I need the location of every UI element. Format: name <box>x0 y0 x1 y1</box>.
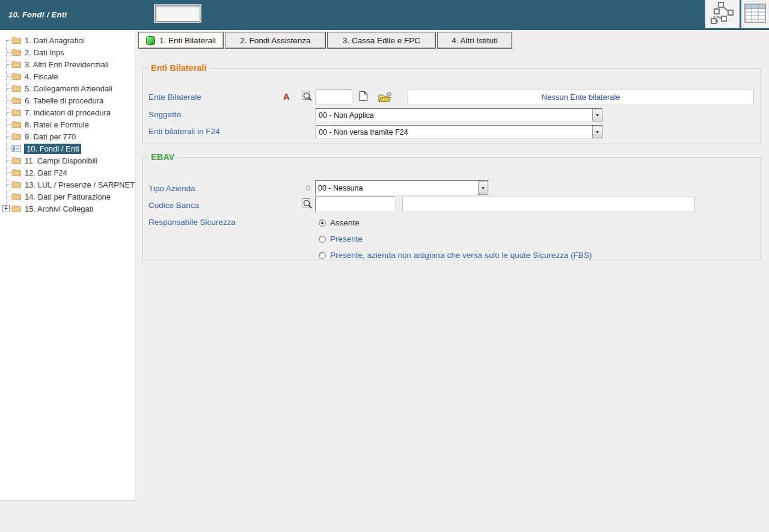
tab-fondi-assistenza[interactable]: 2. Fondi Assistenza <box>225 32 326 49</box>
sidebar-item-fondi-enti[interactable]: 10. Fondi / Enti <box>0 142 135 154</box>
folder-icon <box>11 96 21 105</box>
group-ebav: EBAV Tipo Azienda 0 00 - Nessuna ▼ Codic… <box>142 152 761 260</box>
page-title: 10. Fondi / Enti <box>8 10 67 19</box>
chevron-down-icon[interactable]: ▼ <box>592 126 602 138</box>
label-soggetto: Soggetto <box>149 110 181 119</box>
active-tab-led-icon <box>146 36 155 45</box>
folder-icon <box>11 84 21 93</box>
sidebar-item-tabelle-di-procedura[interactable]: 6. Tabelle di procedura <box>0 94 135 106</box>
header-quick-input[interactable] <box>155 5 200 22</box>
folder-icon <box>11 60 21 69</box>
form-list-icon <box>11 144 21 153</box>
search-banca-button[interactable] <box>301 198 313 210</box>
tab-cassa-edile-fpc[interactable]: 3. Cassa Edile e FPC <box>327 32 436 49</box>
codice-banca-input[interactable] <box>315 197 396 212</box>
radio-unselected-icon[interactable] <box>319 236 326 243</box>
flowchart-button[interactable] <box>705 0 740 28</box>
enti-f24-dropdown[interactable]: 00 - Non versa tramite F24 ▼ <box>316 125 603 139</box>
folder-icon <box>11 180 21 189</box>
sidebar-item-collegamenti-aziendali[interactable]: 5. Collegamenti Aziendali <box>0 82 135 94</box>
sidebar-item-campi-disponibili[interactable]: 11. Campi Disponibili <box>0 154 135 167</box>
header-bar: 10. Fondi / Enti <box>0 0 769 30</box>
folder-icon <box>11 204 21 213</box>
chevron-down-icon[interactable]: ▼ <box>592 109 602 121</box>
radio-option-presente-fbs[interactable]: Presente, azienda non artigiana che vers… <box>319 251 592 260</box>
new-document-button[interactable] <box>358 91 369 103</box>
label-enti-bilaterali-f24: Enti bilaterali in F24 <box>149 127 220 136</box>
folder-icon <box>11 36 21 44</box>
sidebar-item-archivi-collegati[interactable]: + 15. Archivi Collegati <box>0 203 135 215</box>
soggetto-dropdown[interactable]: 00 - Non Applica ▼ <box>316 108 603 122</box>
sidebar-item-fiscale[interactable]: 4. Fiscale <box>0 70 135 82</box>
table-icon <box>744 4 766 25</box>
sidebar-item-dati-per-fatturazione[interactable]: 14. Dati per Fatturazione <box>0 191 135 203</box>
ente-bilaterale-description: Nessun Ente bilaterale <box>408 90 754 105</box>
sidebar-item-ratei-e-formule[interactable]: 8. Ratei e Formule <box>0 118 135 130</box>
tab-enti-bilaterali[interactable]: 1. Enti Bilaterali <box>138 32 224 49</box>
sidebar-item-dati-inps[interactable]: 2. Dati Inps <box>0 46 135 58</box>
flowchart-icon <box>710 2 735 26</box>
search-magnifier-icon <box>301 198 313 211</box>
folder-icon <box>11 72 21 81</box>
folder-icon <box>11 132 21 141</box>
app-window: 10. Fondi / Enti <box>0 0 769 532</box>
folder-icon <box>11 192 21 201</box>
open-folder-button[interactable] <box>378 92 392 103</box>
folder-icon <box>11 156 21 165</box>
group-enti-bilaterali: Enti Bilaterali Ente Bilaterale A <box>142 63 761 144</box>
navigation-tree: 1. Dati Anagrafici 2. Dati Inps 3. Altri… <box>0 30 135 215</box>
label-ente-bilaterale: Ente Bilaterale <box>149 93 201 102</box>
sidebar-item-altri-enti-previdenziali[interactable]: 3. Altri Enti Previdenziali <box>0 58 135 70</box>
label-tipo-azienda: Tipo Azienda <box>149 184 195 193</box>
radio-option-assente[interactable]: Assente <box>319 218 360 227</box>
tree-expand-icon[interactable]: + <box>2 205 10 212</box>
group-title-ebav: EBAV <box>147 152 178 162</box>
tipo-azienda-code: 0 <box>306 183 311 192</box>
flag-a-indicator: A <box>283 91 290 102</box>
tab-altri-istituti[interactable]: 4. Altri Istituti <box>437 32 512 49</box>
folder-icon <box>11 168 21 177</box>
label-responsabile-sicurezza: Responsabile Sicurezza <box>149 218 236 227</box>
codice-banca-description-input[interactable] <box>402 197 695 212</box>
sidebar-item-dati-f24[interactable]: 12. Dati F24 <box>0 167 135 179</box>
sidebar: 1. Dati Anagrafici 2. Dati Inps 3. Altri… <box>0 30 135 501</box>
open-folder-icon <box>378 92 392 104</box>
folder-icon <box>11 120 21 129</box>
label-codice-banca: Codice Banca <box>149 201 199 210</box>
tipo-azienda-dropdown[interactable]: 00 - Nessuna ▼ <box>315 180 489 195</box>
search-ente-button[interactable] <box>301 91 313 102</box>
sidebar-item-dati-anagrafici[interactable]: 1. Dati Anagrafici <box>0 34 135 46</box>
radio-unselected-icon[interactable] <box>319 252 326 259</box>
new-document-icon <box>359 91 368 103</box>
sidebar-item-lul-presenze-sarpnet[interactable]: 13. LUL / Presenze / SARPNET <box>0 179 135 191</box>
ente-bilaterale-code-input[interactable] <box>316 90 352 105</box>
folder-icon <box>11 48 21 57</box>
group-title-enti-bilaterali: Enti Bilaterali <box>147 63 210 73</box>
folder-icon <box>11 108 21 117</box>
sidebar-item-indicatori-di-procedura[interactable]: 7. Indicatori di procedura <box>0 106 135 118</box>
table-view-button[interactable] <box>741 0 769 28</box>
sidebar-item-dati-per-770[interactable]: 9. Dati per 770 <box>0 130 135 142</box>
radio-option-presente[interactable]: Presente <box>319 234 363 243</box>
radio-selected-icon[interactable] <box>319 219 326 227</box>
chevron-down-icon[interactable]: ▼ <box>478 181 488 195</box>
search-magnifier-icon <box>301 90 313 103</box>
